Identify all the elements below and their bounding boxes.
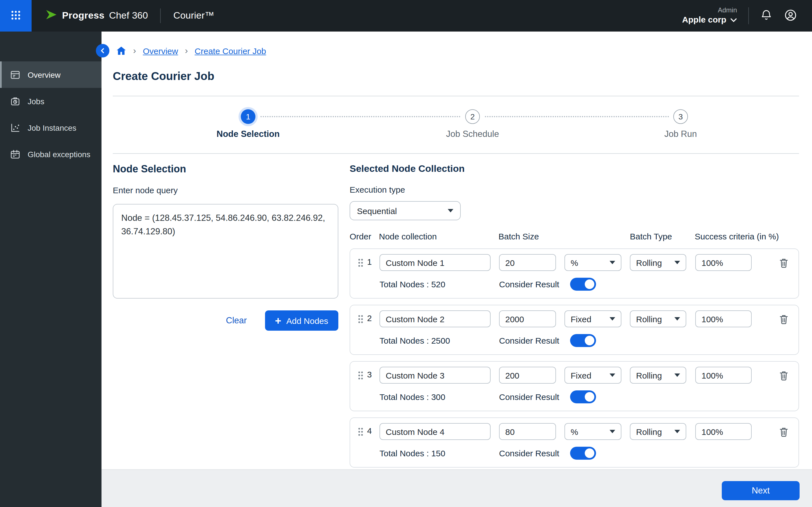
batch-size-input[interactable] [499,254,556,271]
chevron-down-icon [674,261,680,264]
batch-unit-select[interactable]: % [564,254,621,271]
trash-icon[interactable] [779,258,790,269]
batch-size-input[interactable] [499,311,556,327]
batch-unit-value: Fixed [571,371,591,380]
success-criteria-input[interactable] [695,367,752,384]
brand-link[interactable]: Progress Chef 360 [45,9,148,22]
column-header-batch-type: Batch Type [630,231,672,241]
breadcrumb-separator: › [133,46,136,56]
step-label: Node Selection [216,129,280,139]
account-button[interactable] [784,8,797,23]
clear-button[interactable]: Clear [226,316,247,326]
batch-unit-value: % [571,427,578,436]
chevron-down-icon [674,317,680,321]
job-instances-icon [10,122,21,133]
node-selection-panel: Node Selection Enter node query Node = (… [113,163,338,331]
drag-handle-icon[interactable] [357,371,364,380]
drag-handle-icon[interactable] [357,314,364,324]
consider-result-toggle[interactable] [570,278,596,291]
product-name: Courier™ [173,10,214,21]
batch-type-value: Rolling [636,258,662,267]
step-label: Job Schedule [446,129,499,139]
success-criteria-input[interactable] [695,254,752,271]
success-criteria-input[interactable] [695,311,752,327]
drag-handle-icon[interactable] [357,427,364,437]
node-query-label: Enter node query [113,185,338,195]
selected-node-collection-panel: Selected Node Collection Execution type … [350,163,799,467]
breadcrumb-link-create-courier-job[interactable]: Create Courier Job [195,46,266,55]
user-role-label: Admin [718,6,737,15]
app-grid-icon [11,10,21,22]
node-rows: 1 % Rolling Total Nodes : 520 Consider R… [350,248,799,467]
trash-icon[interactable] [779,314,790,325]
execution-type-value: Sequential [357,206,397,216]
add-nodes-button[interactable]: + Add Nodes [265,311,338,331]
sidebar-item-job-instances[interactable]: Job Instances [0,114,101,141]
batch-size-input[interactable] [499,367,556,384]
batch-type-value: Rolling [636,427,662,436]
sidebar-item-jobs[interactable]: Jobs [0,88,101,114]
breadcrumb: › Overview › Create Courier Job [96,44,266,57]
node-collection-input[interactable] [379,423,491,440]
consider-result-toggle[interactable] [570,447,596,460]
divider [113,96,799,96]
batch-type-select[interactable]: Rolling [630,367,686,384]
batch-unit-select[interactable]: Fixed [564,311,621,327]
node-collection-row: 1 % Rolling Total Nodes : 520 Consider R… [350,248,799,298]
breadcrumb-link-overview[interactable]: Overview [143,46,178,55]
home-icon[interactable] [116,46,126,55]
execution-type-select[interactable]: Sequential [350,201,461,220]
back-button[interactable] [96,44,109,57]
drag-handle-icon[interactable] [357,258,364,268]
consider-result-label: Consider Result [499,336,559,345]
consider-result-toggle[interactable] [570,334,596,347]
node-selection-heading: Node Selection [113,163,338,175]
app-grid-button[interactable] [0,0,32,32]
main-content: › Overview › Create Courier Job Create C… [101,32,812,507]
success-criteria-input[interactable] [695,423,752,440]
chevron-down-icon [610,261,615,264]
batch-unit-select[interactable]: % [564,423,621,440]
divider [113,153,799,154]
batch-type-value: Rolling [636,314,662,324]
node-collection-input[interactable] [379,311,491,327]
bell-icon [760,9,772,23]
sidebar-item-label: Overview [28,70,61,79]
jobs-icon [10,96,21,107]
notifications-button[interactable] [760,9,772,23]
batch-unit-value: % [571,258,578,267]
sidebar: Overview Jobs Job Instan [0,32,101,507]
topbar-divider [160,8,161,23]
org-switcher[interactable]: Admin Apple corp [682,6,737,25]
sidebar-item-overview[interactable]: Overview [0,61,101,88]
footer-bar: Next [101,469,812,507]
total-nodes-text: Total Nodes : 150 [379,448,446,458]
chevron-down-icon [674,430,680,433]
batch-type-select[interactable]: Rolling [630,423,686,440]
total-nodes-text: Total Nodes : 520 [379,279,446,289]
consider-result-label: Consider Result [499,279,559,289]
batch-size-input[interactable] [499,423,556,440]
consider-result-toggle[interactable] [570,390,596,403]
node-collection-input[interactable] [379,254,491,271]
wizard-stepper: 1 Node Selection 2 Job Schedule 3 Job Ru… [113,109,799,147]
breadcrumb-separator: › [185,46,188,56]
sidebar-item-global-exceptions[interactable]: Global exceptions [0,141,101,167]
row-order: 3 [367,370,372,379]
batch-type-select[interactable]: Rolling [630,254,686,271]
brand-name: Progress [62,10,105,21]
next-button[interactable]: Next [722,481,800,500]
node-query-input[interactable]: Node = (128.45.37.125, 54.86.246.90, 63.… [113,204,338,298]
batch-type-select[interactable]: Rolling [630,311,686,327]
trash-icon[interactable] [779,427,790,438]
execution-type-label: Execution type [350,185,799,194]
consider-result-label: Consider Result [499,448,559,458]
node-collection-input[interactable] [379,367,491,384]
step-number: 2 [465,109,480,124]
column-header-success-criteria: Success criteria (in %) [695,231,779,241]
column-header-batch-size: Batch Size [499,231,539,241]
batch-unit-select[interactable]: Fixed [564,367,621,384]
page-title: Create Courier Job [113,70,214,83]
trash-icon[interactable] [779,370,790,381]
step-number: 1 [241,109,255,124]
